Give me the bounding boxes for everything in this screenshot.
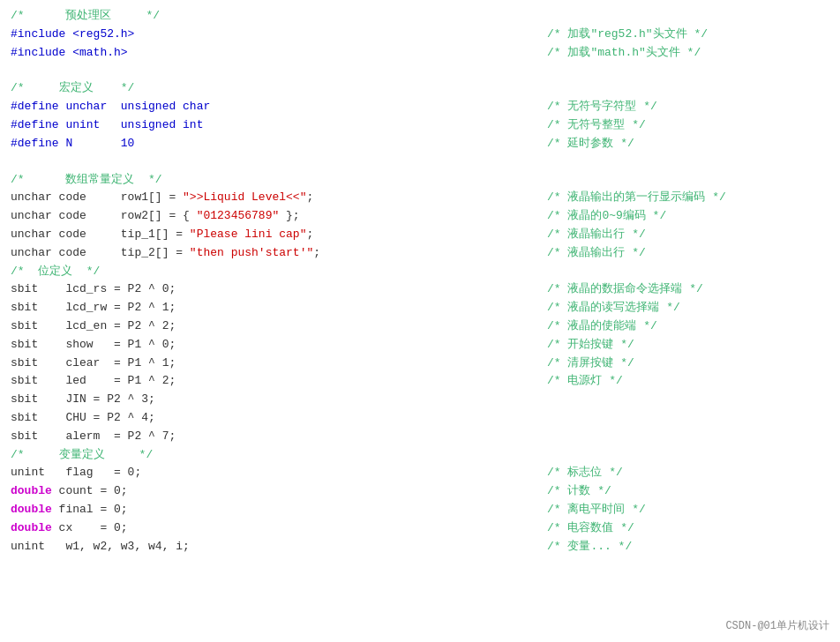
watermark: CSDN-@01单片机设计 xyxy=(725,618,829,635)
code-line: #define unchar unsigned char/* 无符号字符型 */ xyxy=(11,98,829,116)
code-comment xyxy=(529,391,829,409)
code-left: double final = 0; xyxy=(11,501,529,519)
code-left: unchar code row1[] = ">>Liquid Level<<"; xyxy=(11,189,529,207)
code-token: final = 0; xyxy=(52,503,128,516)
code-comment xyxy=(529,171,829,190)
code-left: sbit CHU = P2 ^ 4; xyxy=(11,409,529,428)
code-token: ; xyxy=(306,190,313,204)
code-left: sbit alerm = P2 ^ 7; xyxy=(11,428,529,446)
code-comment: /* 液晶的0~9编码 */ xyxy=(529,207,829,226)
code-line: sbit lcd_rw = P2 ^ 1;/* 液晶的读写选择端 */ xyxy=(11,299,829,317)
code-comment xyxy=(529,7,829,26)
code-left: /* 变量定义 */ xyxy=(11,446,529,465)
code-line: #define unint unsigned int/* 无符号整型 */ xyxy=(11,116,829,135)
code-left: #include <reg52.h> xyxy=(11,26,529,44)
code-left: sbit lcd_rs = P2 ^ 0; xyxy=(11,280,529,299)
code-comment: /* 液晶输出行 */ xyxy=(529,226,829,244)
code-comment: /* 加载"math.h"头文件 */ xyxy=(529,44,829,63)
code-comment xyxy=(529,446,829,465)
code-line xyxy=(11,62,829,79)
code-comment xyxy=(529,62,829,79)
code-left: unchar code row2[] = { "0123456789" }; xyxy=(11,207,529,226)
code-token: double xyxy=(11,521,52,534)
code-left xyxy=(11,153,529,171)
code-line: double cx = 0;/* 电容数值 */ xyxy=(11,519,829,538)
code-token: }; xyxy=(279,209,299,222)
code-token: unchar code tip_1[] = xyxy=(11,228,190,241)
code-line: /* 宏定义 */ xyxy=(11,79,829,98)
code-left xyxy=(11,62,529,79)
code-token: "0123456789" xyxy=(197,209,280,222)
code-left: /* 数组常量定义 */ xyxy=(11,171,529,190)
code-line xyxy=(11,153,829,171)
code-comment xyxy=(529,428,829,446)
code-token: ; xyxy=(313,246,320,259)
code-comment: /* 计数 */ xyxy=(529,482,829,501)
code-line: /* 数组常量定义 */ xyxy=(11,171,829,190)
code-left: unint flag = 0; xyxy=(11,464,529,482)
code-line: sbit show = P1 ^ 0;/* 开始按键 */ xyxy=(11,336,829,355)
code-left: sbit lcd_en = P2 ^ 2; xyxy=(11,317,529,336)
code-line: sbit lcd_en = P2 ^ 2;/* 液晶的使能端 */ xyxy=(11,317,829,336)
code-token: double xyxy=(11,484,52,497)
code-line: /* 位定义 */ xyxy=(11,263,829,281)
code-comment: /* 无符号字符型 */ xyxy=(529,98,829,116)
code-left: #define N 10 xyxy=(11,135,529,153)
code-line: unint flag = 0;/* 标志位 */ xyxy=(11,464,829,482)
code-line: double count = 0;/* 计数 */ xyxy=(11,482,829,501)
code-left: #define unchar unsigned char xyxy=(11,98,529,116)
code-comment: /* 无符号整型 */ xyxy=(529,116,829,135)
code-token: ">>Liquid Level<<" xyxy=(183,190,306,204)
code-line: sbit alerm = P2 ^ 7; xyxy=(11,428,829,446)
code-token: double xyxy=(11,503,52,516)
code-comment: /* 延时参数 */ xyxy=(529,135,829,153)
code-line: unchar code tip_1[] = "Please lini cap";… xyxy=(11,226,829,244)
code-left: /* 宏定义 */ xyxy=(11,79,529,98)
code-comment xyxy=(529,409,829,428)
code-comment: /* 离电平时间 */ xyxy=(529,501,829,519)
code-token: cx = 0; xyxy=(52,521,128,534)
code-left: sbit JIN = P2 ^ 3; xyxy=(11,391,529,409)
code-line: unchar code row2[] = { "0123456789" };/*… xyxy=(11,207,829,226)
code-line: #include <math.h>/* 加载"math.h"头文件 */ xyxy=(11,44,829,63)
code-left: #define unint unsigned int xyxy=(11,116,529,135)
code-line: sbit led = P1 ^ 2;/* 电源灯 */ xyxy=(11,372,829,391)
code-token: unchar code tip_2[] = xyxy=(11,246,190,259)
code-line: #define N 10/* 延时参数 */ xyxy=(11,135,829,153)
code-comment: /* 开始按键 */ xyxy=(529,336,829,355)
code-left: unint w1, w2, w3, w4, i; xyxy=(11,538,529,556)
code-comment xyxy=(529,79,829,98)
code-left: double count = 0; xyxy=(11,482,529,501)
code-token: unchar code row2[] = { xyxy=(11,209,197,222)
code-comment: /* 液晶的数据命令选择端 */ xyxy=(529,280,829,299)
code-comment xyxy=(529,263,829,281)
code-left: /* 位定义 */ xyxy=(11,263,529,281)
code-comment: /* 液晶的使能端 */ xyxy=(529,317,829,336)
code-comment xyxy=(529,153,829,171)
code-token: count = 0; xyxy=(52,484,128,497)
code-left: unchar code tip_1[] = "Please lini cap"; xyxy=(11,226,529,244)
code-left: sbit lcd_rw = P2 ^ 1; xyxy=(11,299,529,317)
code-line: sbit clear = P1 ^ 1;/* 清屏按键 */ xyxy=(11,355,829,373)
code-left: double cx = 0; xyxy=(11,519,529,538)
code-left: #include <math.h> xyxy=(11,44,529,63)
code-line: sbit JIN = P2 ^ 3; xyxy=(11,391,829,409)
code-line: #include <reg52.h>/* 加载"reg52.h"头文件 */ xyxy=(11,26,829,44)
code-token: "then push'start'" xyxy=(190,246,313,259)
code-comment: /* 变量... */ xyxy=(529,538,829,556)
code-comment: /* 电源灯 */ xyxy=(529,372,829,391)
code-comment: /* 清屏按键 */ xyxy=(529,355,829,373)
code-line: unint w1, w2, w3, w4, i;/* 变量... */ xyxy=(11,538,829,556)
code-left: sbit show = P1 ^ 0; xyxy=(11,336,529,355)
code-line: double final = 0;/* 离电平时间 */ xyxy=(11,501,829,519)
code-comment: /* 液晶的读写选择端 */ xyxy=(529,299,829,317)
code-line: sbit CHU = P2 ^ 4; xyxy=(11,409,829,428)
code-content: /* 预处理区 */#include <reg52.h>/* 加载"reg52.… xyxy=(11,7,829,556)
code-line: unchar code row1[] = ">>Liquid Level<<";… xyxy=(11,189,829,207)
code-comment: /* 液晶输出行 */ xyxy=(529,244,829,263)
code-left: /* 预处理区 */ xyxy=(11,7,529,26)
code-left: sbit led = P1 ^ 2; xyxy=(11,372,529,391)
code-token: "Please lini cap" xyxy=(190,228,307,241)
code-line: unchar code tip_2[] = "then push'start'"… xyxy=(11,244,829,263)
code-line: /* 变量定义 */ xyxy=(11,446,829,465)
